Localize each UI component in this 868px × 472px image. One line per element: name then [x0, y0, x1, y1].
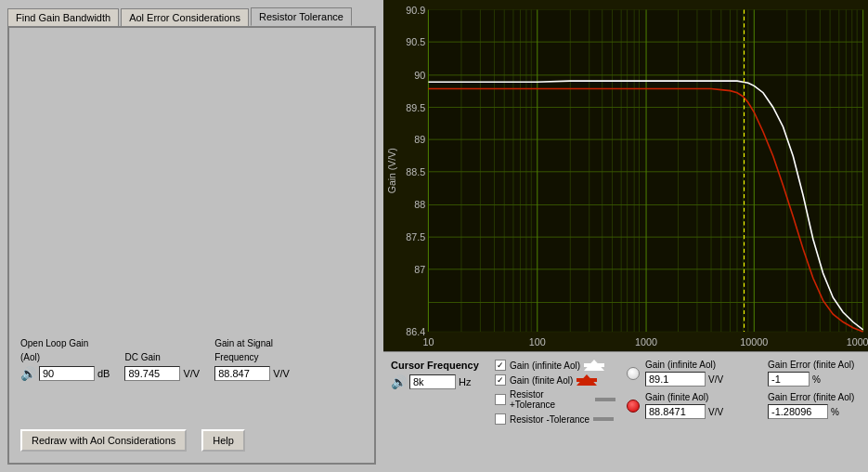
- right-panel: 90.9 90.5 90 89.5 89 88.5 88 87.5 87 86.…: [383, 0, 868, 472]
- gain-error-bottom-cell: Gain Error (finite Aol) %: [768, 392, 861, 419]
- svg-text:90.9: 90.9: [406, 5, 425, 16]
- checkbox-gain-infinite[interactable]: [495, 360, 506, 371]
- open-loop-gain-group: Open Loop Gain (Aol) 🔊 dB: [20, 338, 110, 381]
- checkbox-resistor-minus[interactable]: [495, 413, 506, 425]
- gain-infinite-reading-input[interactable]: [645, 372, 706, 387]
- svg-text:100000: 100000: [847, 336, 868, 347]
- chart-area: 90.9 90.5 90 89.5 89 88.5 88 87.5 87 86.…: [383, 0, 868, 351]
- bottom-controls: Cursor Frequency 🔊 Hz Gain (infinite Aol…: [383, 351, 868, 472]
- cursor-icon: 🔊: [391, 374, 407, 389]
- legend-resistor-minus-label: Resistor -Tolerance: [510, 414, 589, 425]
- checkbox-resistor-plus[interactable]: [495, 394, 506, 405]
- fields-row: Open Loop Gain (Aol) 🔊 dB DC Gain V/V Ga…: [20, 338, 363, 381]
- buttons-row: Redraw with Aol Considerations Help: [20, 429, 363, 452]
- reading-row-1: Gain (infinite Aol) V/V Gain Error (fini…: [627, 360, 861, 387]
- legend-resistor-minus-icon: [593, 413, 614, 425]
- svg-text:89.5: 89.5: [406, 102, 425, 113]
- dc-gain-label: DC Gain: [124, 352, 200, 363]
- svg-text:89: 89: [414, 134, 425, 145]
- gain-error-bottom-unit: %: [831, 407, 839, 417]
- svg-text:87: 87: [414, 264, 425, 275]
- tab-find-gain-bandwidth[interactable]: Find Gain Bandwidth: [7, 8, 119, 26]
- gain-finite-reading-unit: V/V: [708, 407, 723, 417]
- svg-text:1000: 1000: [635, 336, 657, 347]
- gain-error-bottom-input[interactable]: [768, 404, 828, 419]
- legend-item-resistor-plus: Resistor +Tolerance: [495, 389, 615, 410]
- open-loop-gain-input[interactable]: [39, 366, 95, 381]
- open-loop-gain-icon: 🔊: [20, 366, 36, 381]
- svg-text:10000: 10000: [740, 336, 768, 347]
- legend-gain-finite-label: Gain (finite Aol): [510, 375, 573, 386]
- gain-signal-label-line2: Frequency: [214, 352, 290, 363]
- legend-resistor-plus-label: Resistor +Tolerance: [510, 389, 591, 410]
- svg-text:100: 100: [529, 336, 546, 347]
- legend-section: Gain (infinite Aol) Gain (finite Aol) Re…: [495, 360, 615, 465]
- legend-resistor-plus-icon: [595, 394, 615, 405]
- tabs-row: Find Gain Bandwidth Aol Error Considerat…: [7, 7, 376, 26]
- gain-error-top-label: Gain Error (finite Aol): [768, 360, 861, 370]
- tab-resistor-tolerance[interactable]: Resistor Tolerance: [251, 7, 352, 26]
- svg-text:90.5: 90.5: [406, 36, 425, 47]
- dc-gain-input[interactable]: [124, 366, 180, 381]
- legend-gain-infinite-icon: [584, 360, 604, 371]
- gain-signal-label-line1: Gain at Signal: [214, 338, 290, 349]
- reading-row-2: Gain (finite Aol) V/V Gain Error (finite…: [627, 392, 861, 419]
- svg-rect-81: [595, 398, 615, 401]
- legend-gain-finite-icon: [577, 374, 597, 386]
- svg-text:88: 88: [414, 199, 425, 210]
- dc-gain-group: DC Gain V/V: [124, 352, 200, 381]
- svg-text:87.5: 87.5: [406, 231, 425, 243]
- help-button[interactable]: Help: [201, 429, 245, 452]
- gain-finite-reading-input[interactable]: [645, 404, 706, 419]
- chart-svg: 90.9 90.5 90 89.5 89 88.5 88 87.5 87 86.…: [383, 0, 868, 351]
- cursor-unit: Hz: [459, 376, 471, 387]
- gain-error-top-input[interactable]: [768, 372, 810, 387]
- tab-aol-error[interactable]: Aol Error Considerations: [121, 8, 249, 26]
- svg-text:Gain (V/V): Gain (V/V): [386, 148, 397, 193]
- left-panel: Find Gain Bandwidth Aol Error Considerat…: [0, 0, 383, 472]
- gain-error-bottom-label: Gain Error (finite Aol): [768, 392, 861, 402]
- gain-error-top-cell: Gain Error (finite Aol) %: [768, 360, 861, 387]
- tab-content: Open Loop Gain (Aol) 🔊 dB DC Gain V/V Ga…: [7, 26, 376, 465]
- gain-finite-cell: Gain (finite Aol) V/V: [645, 392, 738, 419]
- svg-text:Frequency (Hz): Frequency (Hz): [611, 350, 680, 351]
- legend-item-gain-finite: Gain (finite Aol): [495, 374, 615, 386]
- gain-error-top-unit: %: [812, 374, 821, 385]
- checkbox-gain-finite[interactable]: [495, 374, 506, 386]
- cursor-frequency-input[interactable]: [409, 374, 456, 389]
- white-radio-indicator: [627, 367, 640, 380]
- svg-rect-82: [593, 417, 614, 421]
- dc-gain-unit: V/V: [183, 368, 200, 379]
- open-loop-gain-unit: dB: [97, 368, 110, 379]
- red-led-indicator: [627, 400, 640, 413]
- gain-finite-reading-label: Gain (finite Aol): [645, 392, 738, 402]
- gain-signal-group: Gain at Signal Frequency V/V: [214, 338, 290, 381]
- legend-item-gain-infinite: Gain (infinite Aol): [495, 360, 615, 371]
- redraw-button[interactable]: Redraw with Aol Considerations: [20, 429, 187, 452]
- gain-infinite-reading-label: Gain (infinite Aol): [645, 360, 738, 370]
- svg-text:10: 10: [422, 336, 434, 347]
- open-loop-gain-label-line2: (Aol): [20, 352, 110, 363]
- cursor-frequency-label: Cursor Frequency: [391, 360, 484, 371]
- gain-signal-input[interactable]: [214, 366, 270, 381]
- gain-infinite-cell: Gain (infinite Aol) V/V: [645, 360, 738, 387]
- svg-text:90: 90: [414, 70, 425, 81]
- open-loop-gain-label-line1: Open Loop Gain: [20, 338, 110, 349]
- legend-gain-infinite-label: Gain (infinite Aol): [510, 361, 580, 371]
- legend-item-resistor-minus: Resistor -Tolerance: [495, 413, 615, 425]
- gain-infinite-reading-unit: V/V: [708, 374, 723, 385]
- gain-signal-unit: V/V: [273, 368, 290, 379]
- svg-text:88.5: 88.5: [406, 166, 425, 177]
- cursor-section: Cursor Frequency 🔊 Hz: [391, 360, 484, 465]
- readings-section: Gain (infinite Aol) V/V Gain Error (fini…: [627, 360, 861, 465]
